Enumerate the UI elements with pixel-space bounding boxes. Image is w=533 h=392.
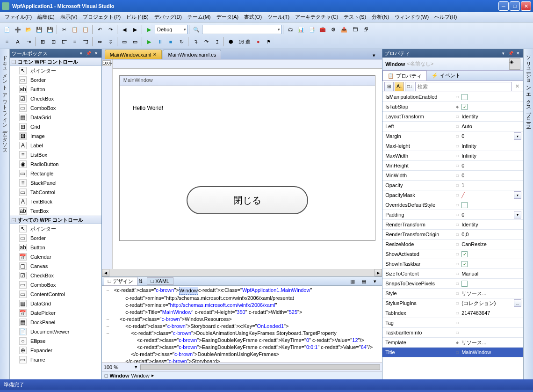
property-row[interactable]: Left□Auto [382,122,523,131]
checkbox-icon[interactable] [461,94,468,100]
save-all-icon[interactable]: 💾 [45,24,55,35]
tb-icon-6[interactable]: 📤 [339,24,349,35]
xaml-editor[interactable]: −<c-redatt">class="c-brown">Window c-red… [102,286,382,379]
flag-icon[interactable]: ⚑ [264,36,274,47]
toolbox-item[interactable]: ☑CheckBox [10,271,101,280]
toolbox-item[interactable]: ALabel [10,141,101,150]
toolbox-item[interactable]: ▭ComboBox [10,103,101,113]
copy-icon[interactable]: 📋 [70,24,80,35]
align-r-icon[interactable]: ⫎ [80,36,91,47]
property-value[interactable]: 0 [461,173,464,178]
property-marker-icon[interactable]: □ [455,183,460,188]
property-row[interactable]: RenderTransform□Identity [382,220,523,230]
checkbox-icon[interactable] [461,281,468,287]
tab-mainwindow-xaml[interactable]: MainWindow.xaml ✕ [105,50,162,59]
open-icon[interactable]: 📂 [23,24,34,35]
property-value[interactable]: Identity [461,222,478,227]
property-row[interactable]: RenderTransformOrigin□0,0 [382,230,523,240]
property-row[interactable]: Margin□0▾ [382,131,523,141]
vertical-tab-left[interactable]: ドキュメント アウトライン データソース [0,49,10,379]
hello-text[interactable]: Hello World! [133,105,362,111]
property-value[interactable]: Infinity [461,143,476,149]
menu-help[interactable]: ヘルプ(H) [432,13,460,22]
close-button-preview[interactable]: 閉じる [187,186,308,214]
property-row[interactable]: ShowActivated□✓ [382,249,523,259]
tb-icon-7[interactable]: 🗔 [350,24,360,35]
toolbox-item[interactable]: ○Ellipse [10,336,101,346]
dist-h-icon[interactable]: ⇔ [94,36,105,47]
menu-tools[interactable]: ツール(T) [265,13,292,22]
tb-icon-1[interactable]: 🗂 [285,24,295,35]
property-marker-icon[interactable]: □ [455,163,460,168]
collapse-icon[interactable]: − [12,60,16,64]
toolbox-item[interactable]: ▦DataGrid [10,299,101,308]
toolbox-item[interactable]: ▦DockPanel [10,318,101,327]
menu-project[interactable]: プロジェクト(P) [80,13,123,22]
panel-close-icon[interactable]: ✕ [515,50,521,57]
new-project-icon[interactable]: 📄 [2,24,12,35]
start-debug-icon[interactable]: ▶ [144,24,154,35]
tb-icon-5[interactable]: ⚙ [328,24,339,35]
property-row[interactable]: MaxWidth□Infinity [382,151,523,161]
property-row[interactable]: TaskbarItemInfo□ [382,328,523,338]
toolbox-item[interactable]: ▭Border [10,233,101,243]
property-value[interactable]: MainWindow [461,349,491,355]
clear-search-icon[interactable]: ✕ [513,83,521,89]
toolbox-item[interactable]: ↖ポインター [10,224,101,233]
toolbox-item[interactable]: ▭ComboBox [10,280,101,290]
property-search-input[interactable] [415,82,512,91]
collapse-pane-icon[interactable]: ▾ [370,276,380,286]
nav-back-icon[interactable]: ◀ [119,24,130,35]
split-h-icon[interactable]: ▥ [347,276,358,286]
checkbox-icon[interactable] [461,202,468,208]
stop-icon[interactable]: ■ [166,36,176,47]
nav-fwd-icon[interactable]: ▶ [130,24,140,35]
toolbox-item[interactable]: 🖼Image [10,131,101,141]
tab-mainwindow-cs[interactable]: MainWindow.xaml.cs [163,50,221,59]
restart-icon[interactable]: ↻ [176,36,187,47]
property-row[interactable]: Template◆リソース... [382,338,523,348]
toolbox-item[interactable]: ▭ContentControl [10,290,101,299]
xaml-hscroll[interactable] [140,364,380,370]
categorize-icon[interactable]: ⊞ [384,82,394,91]
property-marker-icon[interactable]: □ [455,94,460,99]
tb-icon-4[interactable]: 🧰 [317,24,328,35]
step-out-icon[interactable]: ↥ [212,36,222,47]
property-value[interactable]: Identity [461,114,478,119]
bring-front-icon[interactable]: ▭ [119,36,130,47]
property-marker-icon[interactable]: □ [455,252,460,256]
sort-alpha-icon[interactable]: A↓ [395,82,404,91]
scroll-right-icon[interactable]: ▶ [375,269,382,276]
menu-data[interactable]: データ(A) [214,13,242,22]
menu-view[interactable]: 表示(V) [58,13,80,22]
property-marker-icon[interactable]: □ [455,124,460,129]
property-marker-icon[interactable]: □ [455,212,460,217]
close-button[interactable]: ✕ [521,1,531,11]
send-back-icon[interactable]: ▭ [130,36,140,47]
property-row[interactable]: ResizeMode□CanResize [382,240,523,249]
property-marker-icon[interactable]: □ [455,193,460,197]
save-icon[interactable]: 💾 [34,24,44,35]
find-icon[interactable]: 🔍 [191,24,202,35]
toolbox-group-common[interactable]: − コモン WPF コントロール [10,58,101,66]
property-row[interactable]: Padding□0▾ [382,210,523,220]
tab-close-icon[interactable]: ✕ [153,52,157,57]
property-row[interactable]: MinWidth□0 [382,171,523,181]
panel-pin-icon[interactable]: 📌 [86,50,92,57]
checkbox-icon[interactable]: ✓ [461,251,468,257]
property-marker-icon[interactable]: □ [455,320,460,325]
toolbox-item[interactable]: abButton [10,85,101,94]
property-row[interactable]: MaxHeight□Infinity [382,141,523,151]
toolbox-item[interactable]: abButton [10,243,101,252]
property-marker-icon[interactable]: □ [455,291,460,296]
collapse-icon[interactable]: − [12,218,16,222]
align-c-icon[interactable]: ≡ [70,36,80,47]
property-marker-icon[interactable]: □ [455,242,460,247]
design-tab[interactable]: □ デザイン [104,277,137,286]
tb-icon-8[interactable]: 🗗 [360,24,371,35]
bp-icon[interactable]: ● [253,36,263,47]
toolbox-item[interactable]: ≡ListBox [10,150,101,160]
toolbox-item[interactable]: ⊕Expander [10,346,101,355]
align-left-icon[interactable]: ≡ [2,36,12,47]
toolbox-item[interactable]: ▭Frame [10,355,101,364]
